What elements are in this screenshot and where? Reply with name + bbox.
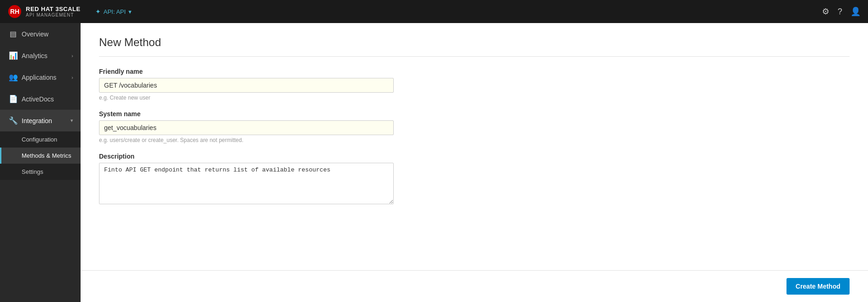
analytics-icon: 📊 xyxy=(9,51,17,60)
sidebar-item-integration[interactable]: 🔧 Integration xyxy=(0,110,81,131)
chevron-right-icon xyxy=(71,53,73,59)
main-content-area: New Method Friendly name e.g. Create new… xyxy=(81,23,868,302)
sidebar-item-label: Applications xyxy=(22,74,67,81)
sidebar-item-label: Analytics xyxy=(22,52,67,59)
chevron-down-icon xyxy=(128,8,132,15)
create-method-button[interactable]: Create Method xyxy=(786,278,850,295)
brand: RH RED HAT 3SCALE API MANAGEMENT xyxy=(7,4,81,19)
sidebar-item-applications[interactable]: 👥 Applications xyxy=(0,66,81,88)
brand-name: RED HAT 3SCALE xyxy=(26,6,81,12)
user-icon[interactable]: 👤 xyxy=(851,6,861,17)
description-group: Description xyxy=(99,153,394,206)
friendly-name-input[interactable] xyxy=(99,78,394,93)
chevron-down-icon xyxy=(70,118,73,124)
api-selector[interactable]: ✦ API: API xyxy=(95,8,132,15)
friendly-name-group: Friendly name e.g. Create new user xyxy=(99,68,394,101)
sidebar-item-activedocs[interactable]: 📄 ActiveDocs xyxy=(0,88,81,110)
friendly-name-hint: e.g. Create new user xyxy=(99,95,394,101)
settings-icon[interactable]: ⚙ xyxy=(822,6,829,17)
description-label: Description xyxy=(99,153,394,160)
sidebar-item-label: Integration xyxy=(22,117,66,124)
main-footer: Create Method xyxy=(81,270,868,302)
sidebar-item-settings[interactable]: Settings xyxy=(0,164,81,180)
redhat-logo-icon: RH xyxy=(7,4,22,19)
page-title: New Method xyxy=(99,36,850,57)
sidebar-item-methods-metrics[interactable]: Methods & Metrics xyxy=(0,148,81,164)
description-textarea[interactable] xyxy=(99,163,394,204)
integration-icon: 🔧 xyxy=(9,116,17,125)
api-label: API: API xyxy=(104,8,126,15)
svg-text:RH: RH xyxy=(10,8,19,15)
sidebar-integration-sub: Configuration Methods & Metrics Settings xyxy=(0,131,81,180)
chevron-right-icon xyxy=(71,75,73,80)
topnav-actions: ⚙ ? 👤 xyxy=(822,6,861,17)
sidebar-item-label: Overview xyxy=(22,30,73,38)
brand-sub: API MANAGEMENT xyxy=(26,12,81,18)
api-icon: ✦ xyxy=(95,8,101,15)
system-name-label: System name xyxy=(99,110,394,118)
activedocs-icon: 📄 xyxy=(9,95,17,103)
help-icon[interactable]: ? xyxy=(838,7,842,17)
system-name-hint: e.g. users/create or create_user. Spaces… xyxy=(99,137,394,143)
sidebar-item-configuration[interactable]: Configuration xyxy=(0,131,81,148)
sidebar-item-label: ActiveDocs xyxy=(22,95,73,103)
overview-icon: ▤ xyxy=(9,30,17,38)
friendly-name-label: Friendly name xyxy=(99,68,394,75)
sidebar: ▤ Overview 📊 Analytics 👥 Applications 📄 … xyxy=(0,23,81,302)
sidebar-item-analytics[interactable]: 📊 Analytics xyxy=(0,45,81,66)
topnav: RH RED HAT 3SCALE API MANAGEMENT ✦ API: … xyxy=(0,0,868,23)
system-name-input[interactable] xyxy=(99,120,394,135)
applications-icon: 👥 xyxy=(9,73,17,82)
sidebar-item-overview[interactable]: ▤ Overview xyxy=(0,23,81,45)
system-name-group: System name e.g. users/create or create_… xyxy=(99,110,394,143)
